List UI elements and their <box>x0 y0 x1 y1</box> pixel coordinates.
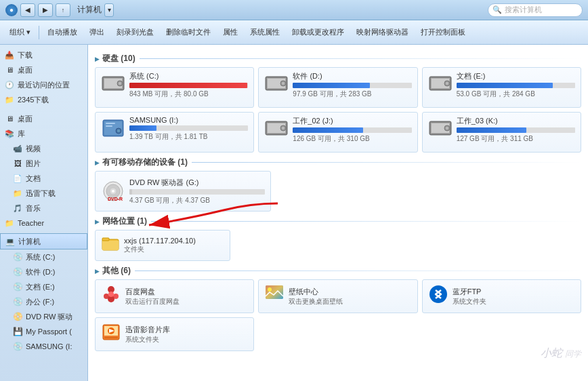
drive-samsung-info: SAMSUNG (I:) 1.39 TB 可用，共 1.81 TB <box>129 116 248 142</box>
drive-samsung-bar <box>129 125 156 131</box>
svg-rect-52 <box>104 337 118 338</box>
drive-samsung[interactable]: SAMSUNG (I:) 1.39 TB 可用，共 1.81 TB <box>95 112 254 153</box>
drive-k-size: 127 GB 可用，共 311 GB <box>457 134 575 144</box>
sidebar-item-disk-e[interactable]: 💿 文档 (E:) <box>0 279 87 294</box>
toolbar-delete-temp[interactable]: 删除临时文件 <box>161 23 216 42</box>
other-title: 其他 (6) <box>102 265 131 277</box>
harddisk-grid: 系统 (C:) 843 MB 可用，共 80.0 GB <box>95 67 581 153</box>
watermark: 小蛇 同学 <box>541 346 581 361</box>
other-wallpaper[interactable]: 壁纸中心 双击更换桌面壁纸 <box>258 279 417 313</box>
sidebar-item-music[interactable]: 🎵 音乐 <box>0 201 87 216</box>
network-xxjs-info: xxjs (117.117.204.10) 文件夹 <box>124 237 196 254</box>
sidebar-item-disk-c[interactable]: 💿 系统 (C:) <box>0 249 87 264</box>
drive-samsung-icon <box>101 116 125 140</box>
drive-samsung-bar-container <box>129 125 248 131</box>
svg-rect-37 <box>102 241 119 250</box>
drive-c-bar-container <box>129 83 248 88</box>
sidebar-item-disk-d[interactable]: 💿 软件 (D:) <box>0 264 87 279</box>
sidebar-label-computer: 计算机 <box>18 237 41 247</box>
wallpaper-name: 壁纸中心 <box>289 287 343 297</box>
passport-icon: 💾 <box>12 326 23 337</box>
sidebar-item-documents[interactable]: 📄 文档 <box>0 171 87 186</box>
drive-j-bar <box>293 127 362 133</box>
drive-dvd-bar-container <box>129 189 265 195</box>
sidebar-item-desktop2[interactable]: 🖥 桌面 <box>0 111 87 126</box>
wallpaper-icon <box>264 284 285 308</box>
breadcrumb-arrow[interactable]: ▾ <box>104 3 114 17</box>
svg-point-20 <box>117 129 120 132</box>
toolbar-autoplay[interactable]: 自动播放 <box>42 23 83 42</box>
drive-k[interactable]: 工作_03 (K:) 127 GB 可用，共 311 GB <box>422 112 581 153</box>
toolbar-eject[interactable]: 弹出 <box>84 23 110 42</box>
drive-j[interactable]: 工作_02 (J:) 126 GB 可用，共 310 GB <box>258 112 417 153</box>
sidebar-label-video: 视频 <box>26 144 41 154</box>
sidebar-label-disk-c: 系统 (C:) <box>26 252 55 262</box>
sidebar-item-samsung[interactable]: 💿 SAMSUNG (I: <box>0 339 87 354</box>
drive-j-icon <box>264 116 289 140</box>
drive-k-name: 工作_03 (K:) <box>457 116 575 126</box>
toolbar-system-props[interactable]: 系统属性 <box>245 23 285 42</box>
sidebar-label-desktop: 桌面 <box>18 65 33 75</box>
other-baidu[interactable]: 百度网盘 双击运行百度网盘 <box>95 279 254 313</box>
library-icon: 📚 <box>4 128 15 139</box>
drive-c-icon <box>101 71 125 96</box>
drive-dvd-size: 4.37 GB 可用，共 4.37 GB <box>129 196 265 205</box>
svg-point-34 <box>112 190 114 193</box>
other-thunder-media[interactable]: 迅雷影音片库 系统文件夹 <box>95 317 254 351</box>
toolbar-organize[interactable]: 组织 ▾ <box>4 23 36 42</box>
drive-e[interactable]: 文档 (E:) 53.0 GB 可用，共 284 GB <box>422 67 581 108</box>
toolbar-control-panel[interactable]: 打开控制面板 <box>415 23 471 42</box>
toolbar-uninstall[interactable]: 卸载或更改程序 <box>287 23 350 42</box>
drive-d[interactable]: 软件 (D:) 97.9 GB 可用，共 283 GB <box>258 67 417 108</box>
back-button[interactable]: ◀ <box>20 3 35 17</box>
drive-j-info: 工作_02 (J:) 126 GB 可用，共 310 GB <box>293 116 411 144</box>
sidebar-label-dvd: DVD RW 驱动 <box>26 312 72 322</box>
toolbar-burn[interactable]: 刻录到光盘 <box>111 23 159 42</box>
sidebar-label-2345: 2345下载 <box>18 95 49 105</box>
network-xxjs[interactable]: xxjs (117.117.204.10) 文件夹 <box>95 230 230 261</box>
drive-c[interactable]: 系统 (C:) 843 MB 可用，共 80.0 GB <box>95 67 254 108</box>
drive-e-bar-container <box>457 83 575 88</box>
drive-c-info: 系统 (C:) 843 MB 可用，共 80.0 GB <box>129 71 248 99</box>
removable-title: 有可移动存储的设备 (1) <box>102 157 188 168</box>
svg-point-30 <box>446 127 448 129</box>
sidebar-item-passport[interactable]: 💾 My Passport ( <box>0 324 87 339</box>
drive-e-size: 53.0 GB 可用，共 284 GB <box>457 89 575 99</box>
drive-k-info: 工作_03 (K:) 127 GB 可用，共 311 GB <box>457 116 575 144</box>
sidebar-item-teacher[interactable]: 📁 Teacher <box>0 216 87 230</box>
drive-dvd[interactable]: DVD-R DVD RW 驱动器 (G:) 4.37 GB 可用，共 4.37 … <box>95 171 271 212</box>
sidebar-label-disk-d: 软件 (D:) <box>26 267 55 277</box>
drive-k-icon <box>428 116 453 140</box>
teacher-icon: 📁 <box>4 218 15 228</box>
sidebar-label-passport: My Passport ( <box>26 327 72 336</box>
forward-button[interactable]: ▶ <box>38 3 53 17</box>
svg-rect-38 <box>102 238 109 241</box>
sidebar-item-dvd[interactable]: 📀 DVD RW 驱动 <box>0 309 87 324</box>
harddisk-title: 硬盘 (10) <box>102 53 135 64</box>
breadcrumb-computer[interactable]: 计算机 <box>77 4 102 16</box>
sidebar-label-samsung: SAMSUNG (I: <box>26 342 72 350</box>
disk-d-icon: 💿 <box>12 266 23 277</box>
disk-f-icon: 💿 <box>12 296 23 307</box>
toolbar-properties[interactable]: 属性 <box>217 23 243 42</box>
sidebar-item-recent[interactable]: 🕐 最近访问的位置 <box>0 77 87 92</box>
network-items: xxjs (117.117.204.10) 文件夹 <box>95 230 581 261</box>
sidebar-item-downloads[interactable]: 📥 下载 <box>0 47 87 62</box>
folder-icon-2345: 📁 <box>4 94 15 105</box>
svg-point-46 <box>268 287 272 292</box>
up-button[interactable]: ↑ <box>56 3 70 17</box>
sidebar-item-pictures[interactable]: 🖼 图片 <box>0 156 87 171</box>
sidebar-item-desktop[interactable]: 🖥 桌面 <box>0 62 87 77</box>
sidebar-item-library[interactable]: 📚 库 <box>0 126 87 141</box>
baidu-info: 百度网盘 双击运行百度网盘 <box>125 287 180 306</box>
main-layout: 📥 下载 🖥 桌面 🕐 最近访问的位置 📁 2345下载 🖥 桌面 📚 库 📹 … <box>0 45 588 381</box>
drive-c-name: 系统 (C:) <box>129 71 248 81</box>
sidebar-item-2345[interactable]: 📁 2345下载 <box>0 92 87 107</box>
sidebar-item-disk-f[interactable]: 💿 办公 (F:) <box>0 294 87 309</box>
sidebar-item-thunder-dl[interactable]: 📁 迅雷下载 <box>0 186 87 201</box>
other-section-header: 其他 (6) <box>95 265 581 277</box>
sidebar-item-computer[interactable]: 💻 计算机 <box>0 233 87 249</box>
other-bluetooth[interactable]: 蓝牙FTP 系统文件夹 <box>422 279 581 313</box>
sidebar-item-video[interactable]: 📹 视频 <box>0 141 87 156</box>
toolbar-map-drive[interactable]: 映射网络驱动器 <box>351 23 414 42</box>
